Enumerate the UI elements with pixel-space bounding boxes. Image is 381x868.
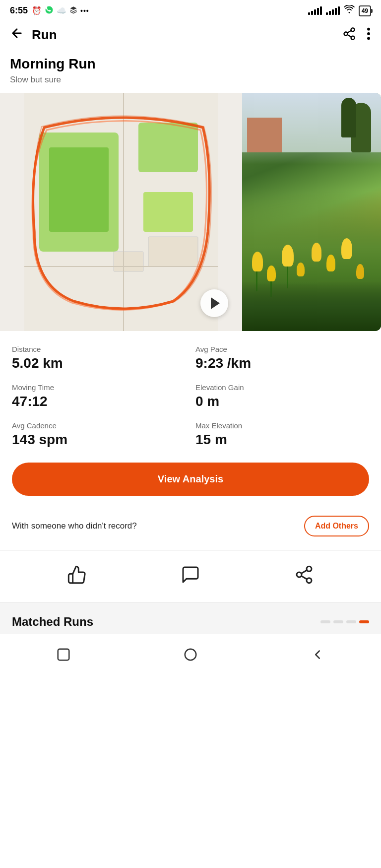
stat-avg-cadence-value: 143 spm (12, 432, 186, 448)
svg-rect-13 (138, 123, 198, 172)
media-section (0, 93, 381, 331)
status-time: 6:55 ⏰ ☁️ ••• (10, 5, 89, 16)
run-title-section: Morning Run Slow but sure (0, 51, 381, 93)
matched-runs-indicators (320, 620, 369, 623)
stat-max-elevation-label: Max Elevation (195, 421, 369, 430)
stats-grid: Distance 5.02 km Avg Pace 9:23 /km Movin… (12, 345, 369, 448)
svg-line-23 (302, 570, 307, 574)
stat-moving-time: Moving Time 47:12 (12, 383, 186, 409)
stat-elevation-gain-value: 0 m (195, 394, 369, 409)
page-title: Run (32, 27, 57, 43)
nav-circle-button[interactable] (168, 642, 213, 667)
indicator-dot-2 (333, 620, 343, 623)
svg-rect-24 (58, 649, 69, 661)
alarm-icon: ⏰ (32, 6, 42, 15)
add-others-button[interactable]: Add Others (304, 516, 369, 536)
kudos-button[interactable] (61, 559, 93, 591)
route-map[interactable] (0, 93, 242, 331)
stat-distance-value: 5.02 km (12, 355, 186, 371)
svg-rect-16 (148, 237, 198, 267)
nav-back-button[interactable] (295, 642, 340, 667)
header-actions (342, 27, 371, 43)
indicator-dot-active (359, 620, 369, 623)
svg-point-25 (185, 649, 196, 661)
svg-point-1 (351, 28, 355, 31)
with-someone-section: With someone who didn't record? Add Othe… (0, 506, 381, 546)
whatsapp-icon (45, 5, 54, 16)
matched-runs-section: Matched Runs (0, 602, 381, 634)
layers-icon (69, 6, 77, 15)
battery-icon: 49 (359, 5, 371, 16)
more-options-icon[interactable] (366, 27, 371, 43)
play-button[interactable] (200, 289, 228, 317)
run-subtitle: Slow but sure (10, 75, 371, 85)
comment-button[interactable] (175, 559, 206, 591)
page-header: Run (0, 20, 381, 51)
share-action-button[interactable] (288, 559, 320, 591)
run-photo[interactable] (242, 93, 381, 331)
svg-line-22 (302, 576, 307, 580)
more-icon: ••• (80, 7, 89, 15)
stat-max-elevation-value: 15 m (195, 432, 369, 448)
stat-elevation-gain-label: Elevation Gain (195, 383, 369, 392)
stat-avg-cadence: Avg Cadence 143 spm (12, 421, 186, 448)
svg-point-6 (367, 28, 370, 31)
stat-distance-label: Distance (12, 345, 186, 353)
svg-point-2 (344, 32, 348, 36)
nav-bar (0, 634, 381, 679)
stat-avg-cadence-label: Avg Cadence (12, 421, 186, 430)
signal-bars-2 (326, 6, 340, 15)
stat-elevation-gain: Elevation Gain 0 m (195, 383, 369, 409)
svg-rect-15 (114, 252, 143, 271)
nav-square-button[interactable] (41, 642, 86, 667)
status-bar: 6:55 ⏰ ☁️ ••• (0, 0, 381, 20)
status-icons-group: ⏰ ☁️ ••• (32, 5, 89, 16)
svg-line-4 (347, 35, 351, 37)
matched-runs-title: Matched Runs (12, 615, 93, 629)
svg-point-3 (351, 36, 355, 40)
stat-max-elevation: Max Elevation 15 m (195, 421, 369, 448)
svg-rect-14 (143, 192, 193, 232)
stat-avg-pace-label: Avg Pace (195, 345, 369, 353)
play-triangle-icon (211, 297, 220, 309)
with-someone-text: With someone who didn't record? (12, 521, 137, 531)
time-display: 6:55 (10, 5, 28, 16)
action-icons-row (0, 550, 381, 602)
stat-moving-time-label: Moving Time (12, 383, 186, 392)
stat-moving-time-value: 47:12 (12, 394, 186, 409)
indicator-dot-3 (346, 620, 356, 623)
svg-rect-12 (49, 147, 109, 232)
stat-distance: Distance 5.02 km (12, 345, 186, 371)
run-title: Morning Run (10, 56, 371, 72)
stat-avg-pace: Avg Pace 9:23 /km (195, 345, 369, 371)
signal-bars-1 (308, 6, 322, 15)
stat-avg-pace-value: 9:23 /km (195, 355, 369, 371)
back-button[interactable] (10, 26, 24, 43)
cloud-icon: ☁️ (57, 6, 66, 15)
share-icon[interactable] (342, 27, 356, 43)
svg-line-5 (347, 31, 351, 33)
indicator-dot-1 (320, 620, 330, 623)
status-right-icons: 49 (308, 5, 371, 16)
view-analysis-button[interactable]: View Analysis (12, 463, 369, 496)
stats-section: Distance 5.02 km Avg Pace 9:23 /km Movin… (0, 331, 381, 453)
battery-level: 49 (362, 7, 368, 14)
wifi-icon (344, 5, 355, 16)
svg-point-7 (367, 32, 370, 35)
svg-point-8 (367, 37, 370, 40)
